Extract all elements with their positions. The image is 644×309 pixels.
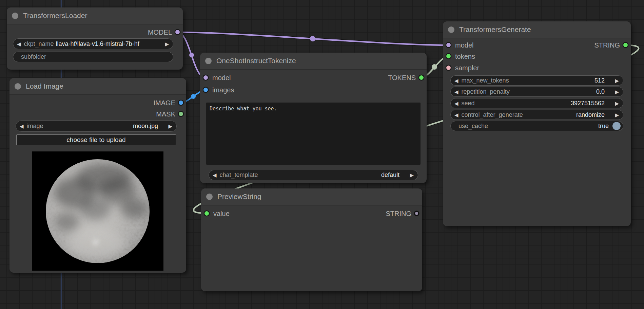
- widget-control-after-generate[interactable]: ◀ control_after_generate randomize ▶: [450, 110, 623, 120]
- output-dot-model[interactable]: [175, 30, 180, 34]
- output-label-model: MODEL: [148, 28, 172, 37]
- node-title: OneShotInstructTokenize: [216, 53, 296, 69]
- widget-label: max_new_tokens: [462, 77, 509, 84]
- node-status-dot-icon[interactable]: [448, 26, 454, 33]
- arrow-right-icon[interactable]: ▶: [615, 112, 619, 117]
- input-dot-tokens[interactable]: [446, 54, 451, 58]
- arrow-left-icon[interactable]: ◀: [454, 101, 458, 106]
- node-transformers-generate[interactable]: TransformersGenerate model tokens sample…: [443, 21, 631, 226]
- arrow-right-icon[interactable]: ▶: [410, 172, 414, 178]
- output-label-string: STRING: [386, 209, 411, 218]
- widget-value: 0.0: [596, 88, 605, 95]
- prompt-textarea[interactable]: Describe what you see.: [206, 103, 421, 165]
- widget-chat-template[interactable]: ◀ chat_template default ▶: [209, 170, 418, 180]
- input-dot-model[interactable]: [446, 43, 451, 47]
- image-preview[interactable]: [32, 151, 163, 271]
- node-status-dot-icon[interactable]: [15, 83, 21, 90]
- output-dot-tokens[interactable]: [419, 75, 424, 80]
- output-dot-string[interactable]: [415, 212, 418, 215]
- node-title: Load Image: [26, 78, 63, 94]
- widget-seed[interactable]: ◀ seed 3927515562 ▶: [450, 98, 623, 108]
- node-graph-canvas[interactable]: TransformersLoader MODEL ◀ ckpt_name lla…: [0, 0, 644, 309]
- node-transformers-loader[interactable]: TransformersLoader MODEL ◀ ckpt_name lla…: [7, 7, 183, 70]
- node-status-dot-icon[interactable]: [206, 194, 213, 200]
- widget-label: subfolder: [21, 53, 46, 60]
- output-label-image: IMAGE: [154, 98, 175, 107]
- widget-max-new-tokens[interactable]: ◀ max_new_tokens 512 ▶: [450, 75, 623, 86]
- widget-label: repetition_penalty: [462, 88, 510, 95]
- input-dot-model[interactable]: [203, 75, 208, 80]
- output-label-string: STRING: [594, 41, 620, 50]
- arrow-right-icon[interactable]: ▶: [615, 101, 619, 106]
- input-dot-images[interactable]: [203, 88, 208, 92]
- output-label-mask: MASK: [156, 110, 175, 119]
- link-dot-tokens[interactable]: [432, 64, 437, 70]
- input-dot-value[interactable]: [204, 211, 209, 216]
- arrow-left-icon[interactable]: ◀: [454, 112, 458, 117]
- node-title-bar[interactable]: TransformersGenerate: [443, 21, 631, 38]
- arrow-left-icon[interactable]: ◀: [454, 89, 458, 94]
- input-dot-sampler[interactable]: [446, 66, 451, 70]
- arrow-left-icon[interactable]: ◀: [20, 124, 24, 129]
- node-status-dot-icon[interactable]: [12, 13, 18, 19]
- arrow-left-icon[interactable]: ◀: [17, 41, 21, 47]
- input-label-sampler: sampler: [455, 63, 479, 72]
- widget-label: use_cache: [458, 123, 488, 130]
- widget-value: default: [381, 171, 399, 179]
- widget-value: 3927515562: [571, 100, 605, 107]
- widget-value: true: [598, 123, 609, 130]
- link-dot-image[interactable]: [191, 94, 196, 99]
- arrow-left-icon[interactable]: ◀: [213, 172, 217, 178]
- node-preview-string[interactable]: PreviewString value STRING: [201, 188, 422, 291]
- widget-value: 512: [594, 77, 605, 84]
- toggle-icon[interactable]: [612, 122, 621, 130]
- widget-ckpt-name[interactable]: ◀ ckpt_name llava-hf/llava-v1.6-mistral-…: [13, 38, 173, 49]
- node-title: TransformersGenerate: [459, 21, 531, 38]
- node-title-bar[interactable]: PreviewString: [201, 188, 422, 205]
- widget-value: llava-hf/llava-v1.6-mistral-7b-hf: [56, 40, 139, 48]
- link-dot-model-generate[interactable]: [310, 36, 315, 41]
- arrow-right-icon[interactable]: ▶: [165, 41, 169, 47]
- widget-value: moon.jpg: [133, 123, 158, 130]
- arrow-right-icon[interactable]: ▶: [615, 78, 619, 83]
- widget-label: seed: [462, 100, 475, 107]
- output-dot-string[interactable]: [623, 43, 628, 47]
- output-dot-image[interactable]: [179, 101, 183, 105]
- widget-value: randomize: [576, 111, 605, 119]
- widget-label: chat_template: [220, 171, 258, 179]
- node-title-bar[interactable]: TransformersLoader: [7, 7, 183, 24]
- widget-subfolder[interactable]: subfolder: [13, 52, 173, 62]
- arrow-left-icon[interactable]: ◀: [454, 78, 458, 83]
- arrow-right-icon[interactable]: ▶: [168, 124, 172, 129]
- output-label-tokens: TOKENS: [388, 73, 416, 82]
- node-status-dot-icon[interactable]: [205, 58, 212, 64]
- widget-use-cache[interactable]: use_cache true: [450, 121, 623, 131]
- node-title: PreviewString: [217, 188, 261, 205]
- arrow-right-icon[interactable]: ▶: [615, 89, 619, 94]
- node-title-bar[interactable]: Load Image: [9, 78, 186, 95]
- wire-model-to-generate[interactable]: [177, 32, 448, 45]
- widget-image-select[interactable]: ◀ image moon.jpg ▶: [16, 121, 177, 132]
- input-label-images: images: [212, 86, 234, 94]
- link-dot-model-tokenize[interactable]: [189, 53, 194, 57]
- input-label-value: value: [213, 209, 230, 218]
- node-title: TransformersLoader: [23, 7, 87, 24]
- node-title-bar[interactable]: OneShotInstructTokenize: [200, 53, 427, 70]
- widget-label: ckpt_name: [24, 40, 54, 48]
- widget-label: control_after_generate: [462, 111, 523, 119]
- input-label-model: model: [455, 41, 473, 50]
- input-label-model: model: [212, 73, 231, 82]
- input-label-tokens: tokens: [455, 52, 475, 61]
- widget-label: image: [27, 123, 43, 130]
- output-dot-mask[interactable]: [179, 112, 183, 116]
- widget-repetition-penalty[interactable]: ◀ repetition_penalty 0.0 ▶: [450, 87, 623, 97]
- wire-outline: [177, 32, 448, 45]
- node-load-image[interactable]: Load Image IMAGE MASK ◀ image moon.jpg ▶…: [9, 78, 186, 273]
- node-oneshot-instruct-tokenize[interactable]: OneShotInstructTokenize model images TOK…: [200, 53, 427, 183]
- choose-file-button[interactable]: choose file to upload: [16, 134, 176, 145]
- moon-image: [32, 151, 163, 271]
